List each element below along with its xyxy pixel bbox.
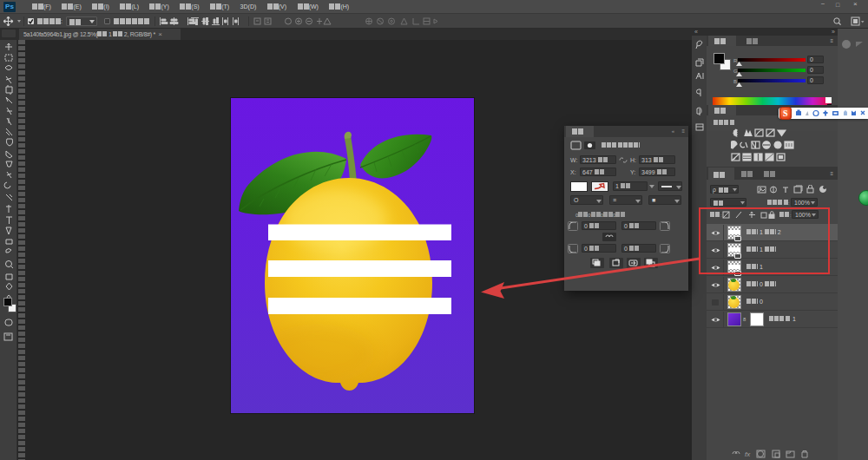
svg-text:fx: fx: [745, 450, 751, 458]
